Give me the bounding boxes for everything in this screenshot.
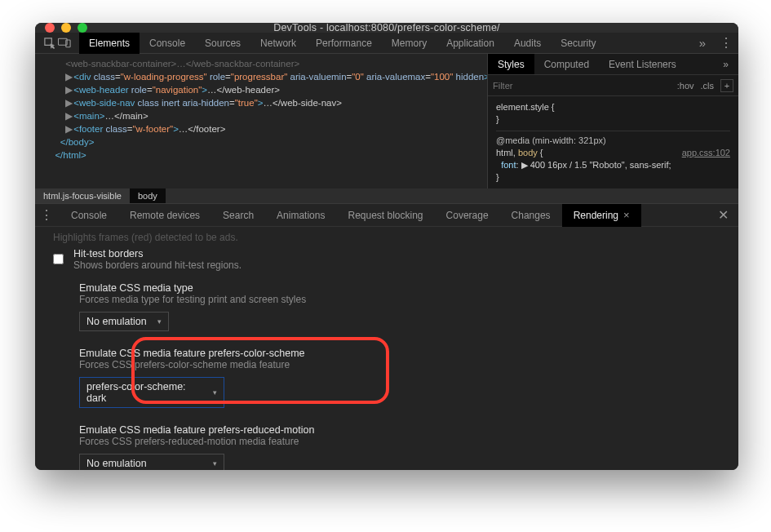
traffic-lights (35, 23, 87, 33)
drawer-tab-search[interactable]: Search (211, 204, 265, 227)
zoom-icon[interactable] (78, 23, 87, 33)
color-scheme-label: Emulate CSS media feature prefers-color-… (79, 348, 722, 359)
style-rules[interactable]: element.style {} @media (min-width: 321p… (488, 96, 738, 188)
rendering-panel: Highlights frames (red) detected to be a… (35, 227, 738, 470)
styles-filter-bar: :hov .cls + (488, 75, 738, 96)
styles-tab-event-listeners[interactable]: Event Listeners (599, 54, 686, 74)
styles-pane: StylesComputedEvent Listeners» :hov .cls… (487, 54, 738, 188)
styles-tab-computed[interactable]: Computed (534, 54, 599, 74)
devtools-window: DevTools - localhost:8080/prefers-color-… (35, 23, 738, 470)
elements-tree[interactable]: <web-snackbar-container>…</web-snackbar-… (35, 54, 487, 188)
cls-toggle[interactable]: .cls (701, 81, 715, 91)
source-link[interactable]: app.css:102 (682, 147, 730, 159)
drawer-tab-request-blocking[interactable]: Request blocking (336, 204, 434, 227)
tabs-overflow-icon[interactable]: » (691, 36, 714, 50)
drawer-tab-remote-devices[interactable]: Remote devices (118, 204, 211, 227)
tab-close-icon[interactable]: × (623, 210, 630, 220)
chevron-down-icon: ▾ (213, 388, 217, 397)
tab-security[interactable]: Security (551, 33, 605, 54)
main-toolbar: ElementsConsoleSourcesNetworkPerformance… (35, 33, 738, 54)
tab-memory[interactable]: Memory (382, 33, 436, 54)
kebab-menu-icon[interactable]: ⋮ (714, 35, 738, 51)
tab-console[interactable]: Console (140, 33, 195, 54)
drawer-menu-icon[interactable]: ⋮ (35, 207, 58, 223)
drawer-close-icon[interactable]: ✕ (708, 207, 738, 223)
styles-tab-styles[interactable]: Styles (488, 54, 534, 74)
reduced-motion-select[interactable]: No emulation▾ (79, 454, 224, 470)
tab-performance[interactable]: Performance (306, 33, 382, 54)
tab-audits[interactable]: Audits (504, 33, 551, 54)
titlebar: DevTools - localhost:8080/prefers-color-… (35, 23, 738, 33)
window-title: DevTools - localhost:8080/prefers-color-… (35, 23, 738, 33)
drawer: ⋮ ConsoleRemote devicesSearchAnimationsR… (35, 203, 738, 470)
chevron-down-icon: ▾ (213, 459, 217, 468)
main-tabs: ElementsConsoleSourcesNetworkPerformance… (79, 33, 606, 54)
crumb-html[interactable]: html.js-focus-visible (35, 188, 130, 203)
tab-sources[interactable]: Sources (195, 33, 250, 54)
media-type-select[interactable]: No emulation▾ (79, 312, 169, 331)
drawer-tab-console[interactable]: Console (60, 204, 118, 227)
crumb-body[interactable]: body (130, 188, 166, 203)
reduced-motion-label: Emulate CSS media feature prefers-reduce… (79, 424, 722, 436)
chevron-down-icon: ▾ (157, 317, 162, 326)
close-icon[interactable] (45, 23, 55, 33)
truncated-text: Highlights frames (red) detected to be a… (53, 232, 722, 243)
minimize-icon[interactable] (61, 23, 71, 33)
hit-test-checkbox[interactable] (53, 254, 64, 264)
styles-tabs: StylesComputedEvent Listeners» (488, 54, 738, 75)
drawer-tab-animations[interactable]: Animations (265, 204, 336, 227)
hov-toggle[interactable]: :hov (677, 81, 694, 91)
media-type-label: Emulate CSS media type (79, 282, 722, 294)
drawer-tab-coverage[interactable]: Coverage (435, 204, 500, 227)
breadcrumb: html.js-focus-visible body (35, 188, 738, 203)
tab-network[interactable]: Network (250, 33, 306, 54)
hit-test-label: Hit-test borders (73, 248, 241, 259)
new-style-rule-icon[interactable]: + (720, 79, 733, 92)
tab-elements[interactable]: Elements (79, 33, 140, 54)
inspect-icon[interactable] (43, 37, 55, 49)
styles-filter-input[interactable] (493, 81, 671, 91)
tab-application[interactable]: Application (436, 33, 504, 54)
color-scheme-select[interactable]: prefers-color-scheme: dark▾ (79, 377, 224, 408)
device-toggle-icon[interactable] (58, 37, 71, 49)
drawer-tabs: ⋮ ConsoleRemote devicesSearchAnimationsR… (35, 204, 738, 227)
drawer-tab-changes[interactable]: Changes (500, 204, 562, 227)
styles-overflow-icon[interactable]: » (713, 54, 738, 74)
rule-element-style[interactable]: element.style {} (496, 101, 730, 126)
drawer-tab-rendering[interactable]: Rendering× (562, 204, 641, 227)
